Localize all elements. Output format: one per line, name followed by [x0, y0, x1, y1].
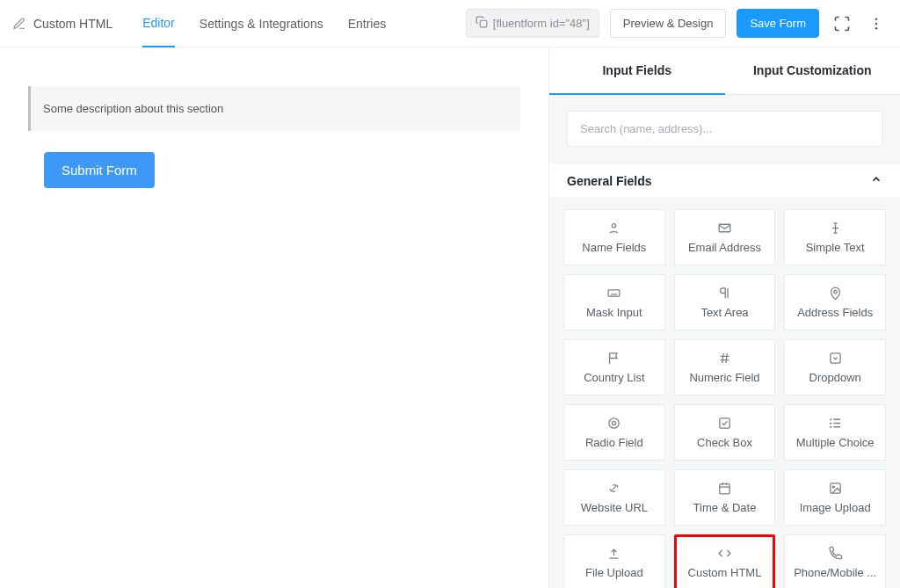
- field-tile-label: Website URL: [581, 501, 648, 514]
- side-tab-input-fields[interactable]: Input Fields: [549, 47, 725, 95]
- field-tile-label: Country List: [584, 371, 644, 384]
- field-tile-label: Email Address: [688, 241, 761, 254]
- field-tile-check-box[interactable]: Check Box: [674, 404, 776, 461]
- field-tile-email-address[interactable]: Email Address: [674, 209, 776, 265]
- user-icon: [606, 221, 621, 236]
- copy-icon: [475, 16, 488, 31]
- field-tile-website-url[interactable]: Website URL: [563, 469, 665, 526]
- field-tile-radio-field[interactable]: Radio Field: [563, 404, 665, 461]
- field-tile-simple-text[interactable]: Simple Text: [784, 209, 886, 265]
- save-label: Save Form: [750, 17, 806, 30]
- field-tile-text-area[interactable]: Text Area: [674, 274, 776, 330]
- shortcode-text: [fluentform id="48"]: [493, 17, 590, 30]
- field-tile-label: Name Fields: [582, 241, 646, 254]
- field-tile-name-fields[interactable]: Name Fields: [563, 209, 665, 265]
- pin-icon: [828, 286, 843, 301]
- pencil-icon: [12, 17, 26, 31]
- field-tile-phone-mobile[interactable]: Phone/Mobile ...: [784, 534, 886, 588]
- chevron-up-icon: [870, 173, 882, 188]
- field-tile-label: Radio Field: [585, 436, 643, 449]
- field-tile-label: Custom HTML: [688, 566, 762, 579]
- side-tab-input-customization[interactable]: Input Customization: [725, 47, 901, 95]
- top-bar: Custom HTML Editor Settings & Integratio…: [0, 0, 900, 47]
- tab-editor-label: Editor: [142, 16, 175, 30]
- field-tile-numeric-field[interactable]: Numeric Field: [674, 339, 776, 396]
- flag-icon: [606, 351, 621, 366]
- paragraph-icon: [717, 286, 732, 301]
- fullscreen-icon[interactable]: [830, 11, 854, 36]
- side-tab-input-fields-label: Input Fields: [602, 63, 671, 77]
- textcursor-icon: [828, 221, 843, 236]
- code-icon: [717, 546, 732, 561]
- group-title: General Fields: [567, 174, 651, 188]
- upload-icon: [606, 546, 621, 561]
- field-tile-label: Phone/Mobile ...: [794, 566, 876, 579]
- chevboxdown-icon: [828, 351, 843, 366]
- hash-icon: [717, 351, 732, 366]
- field-tile-custom-html[interactable]: Custom HTML: [674, 534, 776, 588]
- preview-button[interactable]: Preview & Design: [610, 9, 727, 38]
- svg-point-3: [875, 26, 878, 29]
- form-canvas: Some description about this section Subm…: [0, 47, 548, 588]
- target-icon: [606, 416, 621, 431]
- field-tile-label: Address Fields: [797, 306, 873, 319]
- save-button[interactable]: Save Form: [737, 9, 819, 38]
- field-tile-dropdown[interactable]: Dropdown: [784, 339, 886, 396]
- submit-button[interactable]: Submit Form: [44, 152, 155, 188]
- tab-entries[interactable]: Entries: [348, 1, 387, 47]
- calendar-icon: [717, 481, 732, 496]
- field-tile-label: Simple Text: [806, 241, 865, 254]
- listcheck-icon: [828, 416, 843, 431]
- field-tile-label: Dropdown: [809, 371, 861, 384]
- svg-point-1: [875, 18, 878, 20]
- field-tile-label: Check Box: [697, 436, 752, 449]
- field-tile-label: Time & Date: [693, 501, 757, 514]
- section-description: Some description about this section: [43, 102, 223, 115]
- svg-rect-0: [480, 20, 487, 27]
- field-tile-label: Multiple Choice: [796, 436, 875, 449]
- field-tile-label: Numeric Field: [689, 371, 759, 384]
- field-tile-label: Text Area: [700, 306, 748, 319]
- more-icon[interactable]: [865, 12, 888, 35]
- phone-icon: [828, 546, 843, 561]
- field-tile-country-list[interactable]: Country List: [563, 339, 665, 396]
- keyboard-icon: [606, 286, 621, 301]
- section-card[interactable]: Some description about this section: [28, 86, 520, 131]
- search-input[interactable]: [567, 111, 882, 147]
- tab-settings[interactable]: Settings & Integrations: [200, 1, 323, 47]
- field-tile-image-upload[interactable]: Image Upload: [784, 469, 886, 526]
- field-tile-multiple-choice[interactable]: Multiple Choice: [784, 404, 886, 461]
- field-tile-time-date[interactable]: Time & Date: [674, 469, 776, 526]
- field-tile-label: Image Upload: [800, 501, 871, 514]
- page-title: Custom HTML: [33, 17, 112, 31]
- submit-label: Submit Form: [62, 163, 137, 178]
- field-tile-label: Mask Input: [586, 306, 642, 319]
- svg-point-2: [875, 22, 878, 25]
- field-tile-mask-input[interactable]: Mask Input: [563, 274, 665, 330]
- link-icon: [606, 481, 621, 496]
- preview-label: Preview & Design: [623, 17, 714, 30]
- tab-editor[interactable]: Editor: [142, 0, 175, 47]
- group-header-general[interactable]: General Fields: [549, 164, 900, 197]
- fields-grid: Name FieldsEmail AddressSimple TextMask …: [549, 197, 900, 588]
- tab-settings-label: Settings & Integrations: [200, 17, 323, 31]
- sidebar: Input Fields Input Customization General…: [548, 47, 900, 588]
- field-tile-label: File Upload: [585, 566, 643, 579]
- check-icon: [717, 416, 732, 431]
- tab-entries-label: Entries: [348, 17, 387, 31]
- main-tabs: Editor Settings & Integrations Entries: [142, 0, 386, 47]
- field-tile-file-upload[interactable]: File Upload: [563, 534, 665, 588]
- mail-icon: [717, 221, 732, 236]
- side-tab-customization-label: Input Customization: [753, 63, 872, 77]
- shortcode-chip[interactable]: [fluentform id="48"]: [466, 9, 599, 38]
- field-tile-address-fields[interactable]: Address Fields: [784, 274, 886, 330]
- image-icon: [828, 481, 843, 496]
